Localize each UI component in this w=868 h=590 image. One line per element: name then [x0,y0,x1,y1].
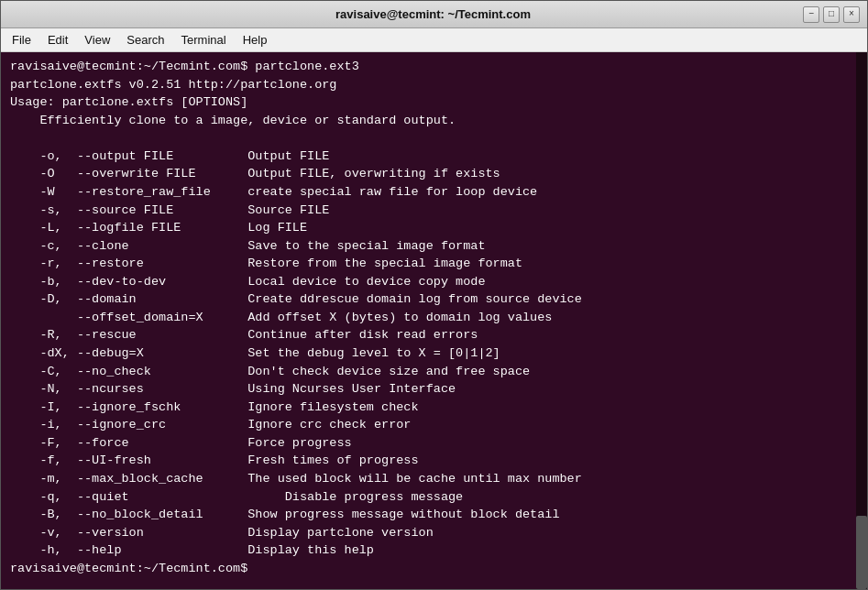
window-title: ravisaive@tecmint: ~/Tecmint.com [63,7,803,21]
menubar: File Edit View Search Terminal Help [1,28,867,52]
terminal-text: ravisaive@tecmint:~/Tecmint.com$ partclo… [10,58,858,577]
menu-search[interactable]: Search [119,31,171,49]
maximize-button[interactable]: □ [823,6,840,23]
minimize-button[interactable]: − [803,6,819,23]
scrollbar-track[interactable] [856,52,867,589]
scrollbar-thumb[interactable] [856,516,867,589]
menu-terminal[interactable]: Terminal [174,31,234,49]
menu-view[interactable]: View [77,31,117,49]
titlebar: ravisaive@tecmint: ~/Tecmint.com − □ × [1,1,867,28]
close-button[interactable]: × [843,6,860,23]
window-controls: − □ × [803,6,860,23]
terminal-window: ravisaive@tecmint: ~/Tecmint.com − □ × F… [0,0,868,590]
terminal-output[interactable]: ravisaive@tecmint:~/Tecmint.com$ partclo… [1,52,867,589]
menu-file[interactable]: File [5,31,38,49]
menu-help[interactable]: Help [236,31,275,49]
menu-edit[interactable]: Edit [40,31,75,49]
